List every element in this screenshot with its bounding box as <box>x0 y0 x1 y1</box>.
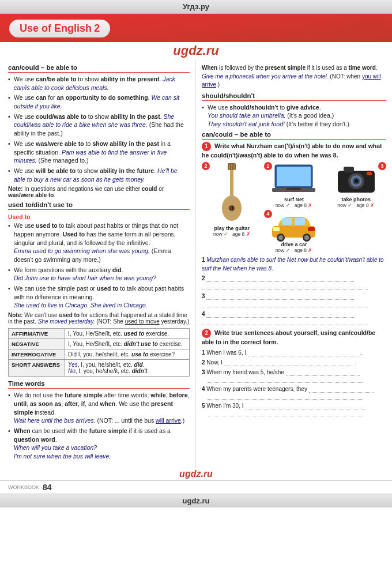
can-could-bullets: We use can/be able to to show ability in… <box>8 75 190 183</box>
chapter-banner: Use of English 2 ugdz.ru <box>0 14 392 42</box>
exercise-1-num: 1 <box>202 142 211 151</box>
activity-car: 4 drive a car now ✓ age 8 ✗ <box>264 210 325 253</box>
svg-rect-23 <box>282 218 292 225</box>
used-to-bullet-3: We can use the simple past or used to to… <box>8 284 190 310</box>
top-watermark: Угдз.ру <box>0 0 392 14</box>
bullet-3: We use could/was able to to show ability… <box>8 112 190 138</box>
svg-rect-30 <box>308 227 315 231</box>
svg-rect-16 <box>344 167 354 172</box>
workbook-label: WORKBOOK <box>8 484 39 490</box>
table-row-short-answers: SHORT ANSWERS Yes, I, you, he/she/it, et… <box>9 360 190 377</box>
short-answers-content: Yes, I, you, he/she/it, etc. did. No, I,… <box>65 360 190 377</box>
negative-label: NEGATIVE <box>9 339 65 349</box>
svg-rect-21 <box>367 172 372 175</box>
should-bullet-1: We use should/shouldn't to give advice. … <box>202 103 386 129</box>
svg-point-28 <box>304 235 309 240</box>
bullet-2: We use can for an opportunity to do some… <box>8 93 190 110</box>
surf-net-label: surf Net <box>284 197 304 202</box>
chapter-title-text: Use of English <box>20 22 92 34</box>
time-words-bullet-1: We do not use the future simple after ti… <box>8 391 190 425</box>
guitar-status: now ✓ age 8 ✗ <box>213 231 251 237</box>
negative-content: I, You, He/She/It, etc. didn't use to ex… <box>65 339 190 349</box>
section-used-to-header: used to/didn't use to <box>8 201 190 210</box>
left-column: can/could – be able to We use can/be abl… <box>0 59 196 468</box>
svg-point-26 <box>278 235 283 240</box>
surf-net-status: now ✓ age 8 ✗ <box>276 202 313 208</box>
section-can-could-header: can/could – be able to <box>8 64 190 73</box>
camera-label: take photos <box>341 197 371 202</box>
camera-icon <box>333 162 379 197</box>
prompt-1: 1 When I was 6, I . <box>202 349 386 356</box>
chapter-number: 2 <box>94 22 100 34</box>
exercise-2-num: 2 <box>202 329 211 338</box>
time-words-bullets: We do not use the future simple after ti… <box>8 391 190 461</box>
answer-1-text: 1 Murzhan can/is able to surf the Net no… <box>202 255 386 273</box>
item-num-3: 3 <box>378 162 386 170</box>
answer-line-3: 3 <box>202 292 386 307</box>
activity-guitar: 2 <box>202 162 262 253</box>
bottom-watermark: ugdz.ru <box>0 494 392 507</box>
section-should-header: should/shouldn't <box>202 92 386 101</box>
note-can-could: Note: In questions and negations we can … <box>8 186 190 198</box>
prompt-5: 5 When I'm 30, I <box>202 403 386 416</box>
laptop-icon <box>269 162 318 197</box>
time-words-bullet-2: When can be used with the future simple … <box>8 427 190 461</box>
answer-line-4: 4 <box>202 310 386 325</box>
affirmative-label: AFFIRMATIVE <box>9 329 65 339</box>
bullet-5: We use will be able to to show ability i… <box>8 167 190 183</box>
exercise-2-title: 2 Write true sentences about yourself, u… <box>202 329 386 347</box>
activity-surf-net: 1 surf Net now ✓ age 8 ✗ <box>264 162 325 208</box>
svg-point-20 <box>355 179 358 183</box>
affirmative-content: I, You, He/She/It, etc. used to exercise… <box>65 329 190 339</box>
empty-cell <box>326 210 386 253</box>
short-answers-label: SHORT ANSWERS <box>9 360 65 377</box>
item-num-2: 2 <box>202 162 210 170</box>
activity-grid: 1 surf Net now ✓ age 8 ✗ 2 <box>202 162 386 253</box>
car-status: now ✓ age 8 ✗ <box>276 247 313 253</box>
bullet-4: We use was/were able to to show ability … <box>8 140 190 165</box>
interrogative-content: Did I, you, he/she/it, etc. use to exerc… <box>65 349 190 360</box>
svg-rect-3 <box>287 188 301 190</box>
ugdz-mid-watermark-2: ugdz.ru <box>0 468 392 480</box>
page-number-area: WORKBOOK 84 <box>0 480 392 494</box>
chapter-title: Use of English 2 <box>9 20 110 37</box>
ex2-prompts: 1 When I was 6, I . 2 Now, I . 3 When my… <box>202 349 386 416</box>
used-to-bullets: We use used to to talk about past habits… <box>8 221 190 310</box>
right-column: When is followed by the present simple i… <box>196 59 392 468</box>
grammar-table: AFFIRMATIVE I, You, He/She/It, etc. used… <box>8 328 190 377</box>
item-num-4: 4 <box>264 210 272 218</box>
guitar-label: play the guitar <box>214 225 250 231</box>
ugdz-mid-watermark: ugdz.ru <box>0 42 392 59</box>
table-row-negative: NEGATIVE I, You, He/She/It, etc. didn't … <box>9 339 190 349</box>
prompt-4: 4 When my parents were teenagers, they <box>202 386 386 400</box>
when-note: When is followed by the present simple i… <box>202 64 386 89</box>
answer-line-2: 2 <box>202 274 386 289</box>
exercise-1-title: 1 Write what Nurzham can('t)/is(n't) abl… <box>202 142 386 160</box>
table-row-affirmative: AFFIRMATIVE I, You, He/She/It, etc. used… <box>9 329 190 339</box>
prompt-3: 3 When my friend was 5, he/she <box>202 369 386 383</box>
main-content: can/could – be able to We use can/be abl… <box>0 59 392 468</box>
section-time-words-header: Time words <box>8 380 190 389</box>
ugdz-top-right: ugdz.ru <box>348 20 383 31</box>
guitar-icon <box>217 162 246 225</box>
section-ex1-header: can/could – be able to <box>202 131 386 140</box>
activity-camera: 3 take photos now ✓ age 8 ✗ <box>326 162 386 208</box>
used-to-subheader: Used to <box>8 213 190 220</box>
item-num-1: 1 <box>264 162 272 170</box>
svg-rect-1 <box>277 167 311 186</box>
should-bullets: We use should/shouldn't to give advice. … <box>202 103 386 129</box>
table-row-interrogative: INTERROGATIVE Did I, you, he/she/it, etc… <box>9 349 190 360</box>
svg-rect-29 <box>273 227 280 231</box>
camera-status: now ✓ age 8 ✗ <box>337 202 375 208</box>
car-label: drive a car <box>281 242 307 247</box>
ex1-answers: 1 Murzhan can/is able to surf the Net no… <box>202 255 386 325</box>
note-used-to: Note: We can't use used to for actions t… <box>8 312 190 325</box>
interrogative-label: INTERROGATIVE <box>9 349 65 360</box>
car-icon <box>269 210 318 242</box>
page-number: 84 <box>43 483 52 492</box>
used-to-bullet-1: We use used to to talk about past habits… <box>8 221 190 264</box>
used-to-bullet-2: We form questions with the auxiliary did… <box>8 266 190 283</box>
prompt-2: 2 Now, I . <box>202 359 386 366</box>
svg-rect-24 <box>295 218 305 225</box>
bullet-1: We use can/be able to to show ability in… <box>8 75 190 92</box>
